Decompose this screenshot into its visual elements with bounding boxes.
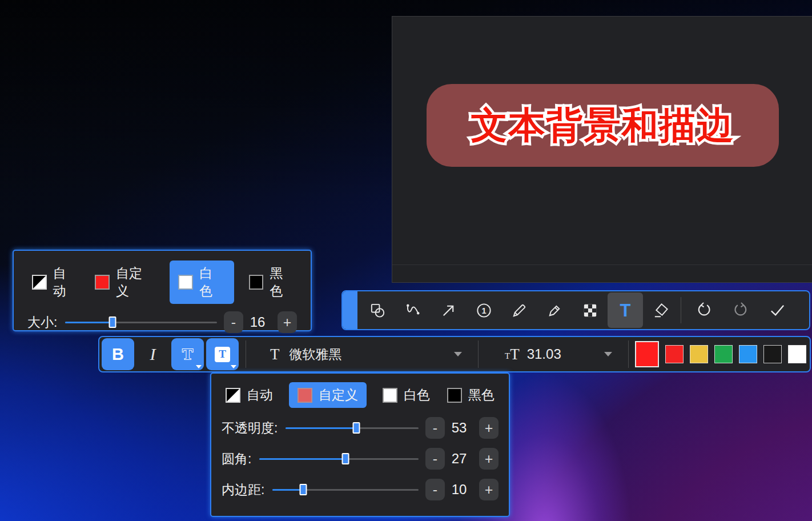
- shape-tool-button[interactable]: [360, 292, 395, 328]
- polyline-tool-button[interactable]: [395, 292, 431, 328]
- confirm-button[interactable]: [759, 292, 795, 328]
- palette-yellow[interactable]: [690, 345, 708, 363]
- text-tool-icon: T: [620, 302, 631, 319]
- text-background-icon: T: [215, 347, 230, 362]
- italic-button[interactable]: I: [136, 338, 169, 370]
- stroke-size-decrease-button[interactable]: -: [224, 311, 243, 333]
- opacity-increase-button[interactable]: +: [479, 417, 499, 439]
- padding-slider[interactable]: [272, 483, 419, 496]
- black-color-swatch: [447, 388, 462, 403]
- opacity-decrease-button[interactable]: -: [425, 417, 445, 439]
- stroke-white-label: 白色: [199, 264, 226, 300]
- palette-white[interactable]: [788, 345, 806, 363]
- slider-thumb[interactable]: [300, 484, 307, 495]
- font-size-value: 31.03: [527, 346, 561, 362]
- text-stroke-icon: T: [182, 345, 193, 363]
- eraser-icon: [652, 302, 670, 319]
- background-color-auto[interactable]: 自动: [224, 382, 274, 408]
- stroke-color-white[interactable]: 白色: [170, 260, 234, 304]
- corner-radius-value: 27: [446, 451, 472, 467]
- palette-green[interactable]: [714, 345, 733, 363]
- opacity-slider[interactable]: [286, 422, 419, 434]
- arrow-icon: [440, 302, 457, 319]
- text-tool-button[interactable]: T: [608, 292, 643, 328]
- redo-button[interactable]: [722, 292, 759, 328]
- color-palette: [629, 341, 810, 367]
- font-size-dropdown[interactable]: TT 31.03: [479, 346, 621, 362]
- background-color-custom[interactable]: 自定义: [289, 382, 367, 408]
- white-color-swatch: [178, 275, 193, 290]
- auto-color-swatch: [226, 388, 240, 403]
- background-settings-panel: 自动 自定义 白色 黑色 不透明度: - 53: [210, 372, 510, 517]
- text-stroke-toggle-button[interactable]: T: [171, 338, 204, 370]
- palette-black[interactable]: [763, 345, 782, 363]
- auto-color-swatch: [32, 275, 47, 290]
- font-size-icon: TT: [505, 347, 520, 362]
- font-family-caret-icon: [454, 352, 462, 356]
- corner-radius-decrease-button[interactable]: -: [425, 448, 445, 470]
- background-color-options: 自动 自定义 白色 黑色: [222, 382, 499, 408]
- stroke-size-label: 大小:: [27, 314, 57, 331]
- slider-fill: [259, 458, 345, 460]
- mosaic-icon: [581, 302, 599, 319]
- corner-radius-slider[interactable]: [259, 452, 419, 465]
- pencil-tool-button[interactable]: [501, 292, 537, 328]
- palette-blue[interactable]: [739, 345, 757, 363]
- padding-increase-button[interactable]: +: [479, 479, 499, 500]
- bg-white-label: 白色: [404, 386, 430, 404]
- bg-black-label: 黑色: [468, 386, 495, 404]
- slider-fill: [272, 489, 303, 491]
- slider-fill: [286, 427, 356, 429]
- padding-decrease-button[interactable]: -: [425, 479, 445, 500]
- stroke-dropdown-caret-icon: [196, 365, 202, 368]
- black-color-swatch: [249, 275, 264, 290]
- counter-tool-button[interactable]: 1: [466, 292, 501, 328]
- counter-icon: 1: [475, 302, 493, 319]
- pencil-icon: [510, 302, 528, 319]
- text-format-bar: B I T T T 微软雅黑 TT 31.03: [98, 336, 811, 372]
- corner-radius-row: 圆角: - 27 +: [222, 448, 499, 470]
- slider-fill: [65, 322, 112, 323]
- undo-button[interactable]: [686, 292, 722, 328]
- stroke-auto-label: 自动: [53, 264, 79, 300]
- palette-red[interactable]: [665, 345, 684, 363]
- eraser-tool-button[interactable]: [643, 292, 678, 328]
- slider-thumb[interactable]: [352, 422, 360, 434]
- stroke-color-options: 自动 自定义 白色 黑色: [27, 260, 297, 304]
- arrow-tool-button[interactable]: [431, 292, 466, 328]
- bold-button[interactable]: B: [102, 338, 134, 370]
- background-dropdown-caret-icon: [231, 365, 236, 368]
- padding-value: 10: [446, 482, 472, 498]
- bg-custom-label: 自定义: [319, 386, 358, 404]
- annotated-text[interactable]: 文本背景和描边: [471, 101, 735, 150]
- stroke-color-custom[interactable]: 自定义: [94, 260, 156, 304]
- stroke-size-row: 大小: - 16 +: [27, 311, 297, 333]
- shape-icon: [369, 302, 387, 319]
- current-color-swatch[interactable]: [635, 341, 659, 367]
- white-color-swatch: [383, 388, 397, 403]
- stroke-settings-panel: 自动 自定义 白色 黑色 大小: - 16 +: [13, 250, 312, 331]
- slider-thumb[interactable]: [108, 316, 116, 328]
- background-color-black[interactable]: 黑色: [446, 382, 496, 408]
- stroke-color-black[interactable]: 黑色: [248, 260, 297, 304]
- stroke-color-auto[interactable]: 自动: [31, 260, 80, 304]
- corner-radius-increase-button[interactable]: +: [479, 448, 499, 470]
- bg-auto-label: 自动: [247, 386, 273, 404]
- stroke-size-value: 16: [244, 314, 271, 330]
- capture-canvas[interactable]: 文本背景和描边: [392, 16, 812, 283]
- stroke-size-slider[interactable]: [65, 316, 217, 328]
- opacity-row: 不透明度: - 53 +: [222, 417, 499, 439]
- font-family-icon: T: [270, 346, 280, 363]
- text-background-toggle-button[interactable]: T: [206, 338, 239, 370]
- mosaic-tool-button[interactable]: [572, 292, 608, 328]
- font-family-dropdown[interactable]: T 微软雅黑: [246, 346, 471, 363]
- text-annotation-background[interactable]: 文本背景和描边: [427, 84, 779, 167]
- background-color-white[interactable]: 白色: [381, 382, 431, 408]
- slider-thumb[interactable]: [341, 453, 349, 464]
- marker-icon: [546, 302, 564, 319]
- annotation-toolbar: 1 T: [341, 290, 810, 330]
- stroke-size-increase-button[interactable]: +: [278, 311, 297, 333]
- desktop-wallpaper: 文本背景和描边 自动 自定义 白色 黑色 大小:: [0, 0, 812, 521]
- marker-tool-button[interactable]: [537, 292, 572, 328]
- font-size-caret-icon: [604, 352, 612, 356]
